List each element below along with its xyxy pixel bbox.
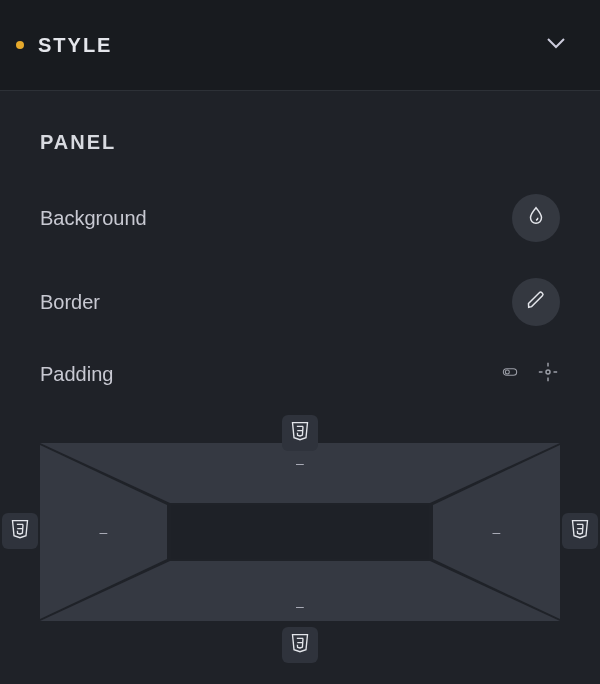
style-section-body: PANEL Background Border Padding — [0, 90, 600, 684]
background-label: Background — [40, 207, 512, 230]
css3-shield-icon — [290, 632, 310, 658]
padding-content-area — [171, 505, 429, 559]
padding-link-toggle[interactable] — [498, 362, 522, 386]
background-row: Background — [40, 194, 560, 242]
padding-focus-button[interactable] — [536, 362, 560, 386]
padding-right-css-override[interactable] — [562, 513, 598, 549]
pencil-icon — [525, 289, 547, 315]
css3-shield-icon — [10, 518, 30, 544]
padding-label: Padding — [40, 363, 498, 386]
background-picker-button[interactable] — [512, 194, 560, 242]
border-edit-button[interactable] — [512, 278, 560, 326]
padding-left-css-override[interactable] — [2, 513, 38, 549]
border-row: Border — [40, 278, 560, 326]
padding-bottom-css-override[interactable] — [282, 627, 318, 663]
style-section-header[interactable]: STYLE — [0, 0, 600, 90]
css3-shield-icon — [570, 518, 590, 544]
modified-indicator — [16, 41, 24, 49]
chevron-down-icon — [544, 31, 568, 59]
border-label: Border — [40, 291, 512, 314]
droplet-icon — [525, 205, 547, 231]
toggle-icon — [497, 364, 523, 384]
padding-top-css-override[interactable] — [282, 415, 318, 451]
section-title: STYLE — [38, 34, 544, 57]
padding-row: Padding — [40, 362, 560, 386]
panel-heading: PANEL — [40, 131, 560, 154]
css3-shield-icon — [290, 420, 310, 446]
crosshair-icon — [537, 361, 559, 387]
